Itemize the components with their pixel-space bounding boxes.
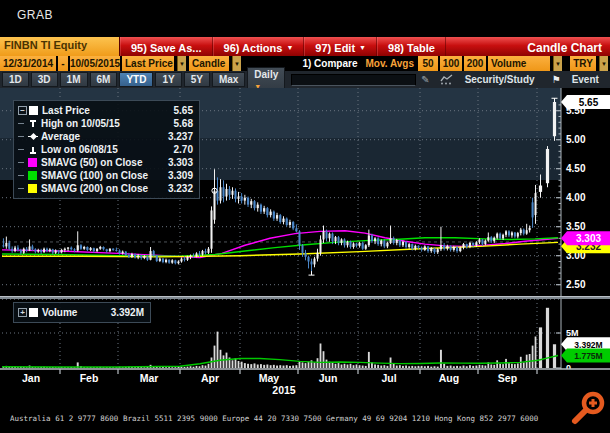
tab-6m[interactable]: 6M	[90, 72, 118, 87]
last-price-swatch	[29, 106, 38, 115]
svg-text:5M: 5M	[566, 328, 579, 338]
compare-button[interactable]: 1) Compare	[302, 56, 357, 71]
mov-avgs-button[interactable]: Mov. Avgs	[365, 56, 414, 71]
security-study-button[interactable]: Security/Study	[465, 74, 535, 85]
svg-text:Mar: Mar	[140, 372, 159, 384]
legend-row-last-price[interactable]: −Last Price5.65	[18, 104, 193, 117]
tab-1m[interactable]: 1M	[60, 72, 88, 87]
chevron-down-icon[interactable]: ▼	[599, 56, 608, 71]
svg-text:Jun: Jun	[319, 372, 338, 384]
chevron-down-icon: ▼	[286, 44, 293, 51]
price-legend: −Last Price5.65 High on 10/05/155.68 Ave…	[13, 100, 200, 199]
low-marker-icon	[28, 145, 38, 155]
date-from-field[interactable]: 12/31/2014	[0, 56, 56, 71]
svg-text:Feb: Feb	[80, 372, 99, 384]
legend-row-smavg100[interactable]: SMAVG (100) on Close3.309	[18, 169, 193, 182]
date-separator: -	[58, 56, 68, 71]
time-axis: JanFebMarAprMayJunJulAugSep2015	[0, 368, 610, 398]
currency-select[interactable]: TRY	[570, 56, 596, 71]
average-marker-icon	[28, 132, 38, 142]
svg-text:3.303: 3.303	[576, 233, 601, 244]
tab-1d[interactable]: 1D	[2, 72, 29, 87]
svg-text:3.392M: 3.392M	[574, 340, 602, 350]
smavg200-swatch	[28, 184, 37, 193]
ma-period-50-field[interactable]: 50	[418, 56, 438, 71]
main-toolbar: FINBN TI Equity 95) Save As... 96) Actio…	[0, 37, 610, 56]
chart-style-select[interactable]: Candle	[189, 56, 229, 71]
svg-text:Apr: Apr	[201, 372, 219, 384]
legend-row-smavg200[interactable]: SMAVG (200) on Close3.232	[18, 182, 193, 195]
svg-text:5.00: 5.00	[566, 134, 586, 145]
study-chart-icon[interactable]	[440, 74, 454, 85]
save-as-button[interactable]: 95) Save As...	[120, 37, 213, 56]
tab-ytd[interactable]: YTD	[119, 72, 153, 87]
high-marker-icon	[28, 119, 38, 129]
flag-icon[interactable]: ⚑	[552, 74, 561, 85]
magnifier-zoom-icon	[570, 390, 610, 430]
svg-text:Jan: Jan	[22, 372, 40, 384]
tab-max[interactable]: Max	[212, 72, 245, 87]
chevron-down-icon[interactable]: ▼	[177, 56, 186, 71]
edit-button[interactable]: 97) Edit▼	[304, 37, 377, 56]
moving-average-lines	[2, 231, 558, 258]
actions-button[interactable]: 96) Actions▼	[213, 37, 305, 56]
svg-text:3.50: 3.50	[566, 221, 586, 232]
smavg100-swatch	[28, 171, 37, 180]
chevron-down-icon[interactable]: ▼	[232, 56, 241, 71]
legend-row-low[interactable]: Low on 06/08/152.70	[18, 143, 193, 156]
window-title: GRAB	[17, 8, 53, 22]
toolbar-spacer	[446, 37, 519, 56]
legend-row-volume[interactable]: +Volume3.392M	[18, 306, 144, 319]
ma-period-200-field[interactable]: 200	[464, 56, 486, 71]
svg-text:1.775M: 1.775M	[574, 351, 602, 361]
volume-select[interactable]: Volume	[488, 56, 550, 71]
security-field[interactable]: FINBN TI Equity	[0, 37, 120, 56]
svg-text:Jul: Jul	[381, 372, 396, 384]
date-to-field[interactable]: 10/05/2015	[70, 56, 120, 71]
smavg50-swatch	[28, 158, 37, 167]
annotate-icon[interactable]: ✎	[421, 74, 429, 85]
svg-text:4.00: 4.00	[566, 192, 586, 203]
tab-3d[interactable]: 3D	[31, 72, 58, 87]
volume-swatch	[29, 308, 38, 317]
month-labels: JanFebMarAprMayJunJulAugSep	[22, 369, 537, 384]
svg-text:2.50: 2.50	[566, 279, 586, 290]
low-marker	[309, 271, 315, 275]
field-select[interactable]: Last Price	[122, 56, 174, 71]
time-axis-canvas: JanFebMarAprMayJunJulAugSep2015	[0, 368, 610, 398]
svg-text:Aug: Aug	[439, 372, 459, 384]
chevron-down-icon[interactable]: ▼	[553, 56, 562, 71]
event-button[interactable]: Event	[572, 74, 599, 85]
legend-row-high[interactable]: High on 10/05/155.68	[18, 117, 193, 130]
command-input[interactable]	[291, 74, 416, 86]
volume-legend: +Volume3.392M	[13, 302, 151, 323]
svg-text:5.65: 5.65	[579, 97, 599, 108]
svg-text:4.50: 4.50	[566, 163, 586, 174]
svg-text:Sep: Sep	[498, 372, 517, 384]
chart-type-label: Candle Chart	[519, 37, 610, 56]
collapse-icon[interactable]: −	[18, 106, 27, 115]
range-tabs-bar: 1D 3D 1M 6M YTD 1Y 5Y Max Daily ▼ ✎ Secu…	[0, 71, 610, 88]
chevron-down-icon: ▼	[359, 44, 366, 51]
chart-controls-bar: 12/31/2014 - 10/05/2015 Last Price ▼ Can…	[0, 56, 610, 71]
table-button[interactable]: 98) Table	[377, 37, 446, 56]
tab-1y[interactable]: 1Y	[155, 72, 181, 87]
tab-5y[interactable]: 5Y	[184, 72, 210, 87]
legend-row-smavg50[interactable]: SMAVG (50) on Close3.303	[18, 156, 193, 169]
year-label: 2015	[272, 384, 296, 396]
footer-contact-line: Australia 61 2 9777 8600 Brazil 5511 239…	[0, 415, 610, 423]
legend-row-average[interactable]: Average3.237	[18, 130, 193, 143]
expand-icon[interactable]: +	[18, 308, 27, 317]
svg-text:May: May	[259, 372, 280, 384]
ma-period-100-field[interactable]: 100	[440, 56, 462, 71]
bloomberg-terminal-window: GRAB FINBN TI Equity 95) Save As... 96) …	[0, 0, 610, 433]
study-chart-glyph	[440, 74, 454, 85]
terminal-footer: Australia 61 2 9777 8600 Brazil 5511 239…	[0, 399, 610, 433]
